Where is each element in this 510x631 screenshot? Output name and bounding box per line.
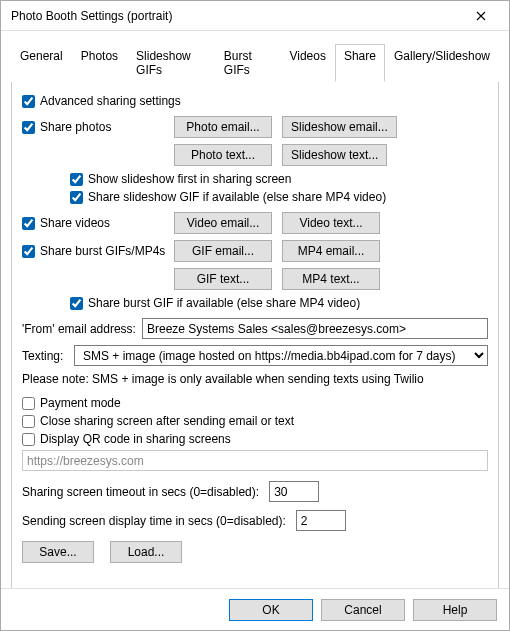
gif-email-button[interactable]: GIF email...: [174, 240, 272, 262]
cancel-button[interactable]: Cancel: [321, 599, 405, 621]
texting-label: Texting:: [22, 349, 66, 363]
texting-select[interactable]: SMS + image (image hosted on https://med…: [74, 345, 488, 366]
sending-time-input[interactable]: [296, 510, 346, 531]
twilio-note: Please note: SMS + image is only availab…: [22, 372, 488, 386]
photo-email-button[interactable]: Photo email...: [174, 116, 272, 138]
video-text-button[interactable]: Video text...: [282, 212, 380, 234]
titlebar: Photo Booth Settings (portrait): [1, 1, 509, 31]
load-button[interactable]: Load...: [110, 541, 182, 563]
display-qr-checkbox[interactable]: Display QR code in sharing screens: [22, 432, 231, 446]
save-button[interactable]: Save...: [22, 541, 94, 563]
share-slideshow-gif-label: Share slideshow GIF if available (else s…: [88, 190, 386, 204]
share-burst-gif-input[interactable]: [70, 297, 83, 310]
share-photos-input[interactable]: [22, 121, 35, 134]
payment-mode-checkbox[interactable]: Payment mode: [22, 396, 121, 410]
tab-burst-gifs[interactable]: Burst GIFs: [215, 44, 281, 82]
dialog-footer: OK Cancel Help: [1, 588, 509, 630]
share-burst-input[interactable]: [22, 245, 35, 258]
qr-url-input: [22, 450, 488, 471]
display-qr-input[interactable]: [22, 433, 35, 446]
window-title: Photo Booth Settings (portrait): [11, 9, 461, 23]
close-after-send-label: Close sharing screen after sending email…: [40, 414, 294, 428]
share-burst-gif-checkbox[interactable]: Share burst GIF if available (else share…: [70, 296, 360, 310]
close-after-send-checkbox[interactable]: Close sharing screen after sending email…: [22, 414, 294, 428]
video-email-button[interactable]: Video email...: [174, 212, 272, 234]
from-email-input[interactable]: [142, 318, 488, 339]
payment-mode-input[interactable]: [22, 397, 35, 410]
advanced-sharing-label: Advanced sharing settings: [40, 94, 181, 108]
client-area: General Photos Slideshow GIFs Burst GIFs…: [1, 31, 509, 588]
payment-mode-label: Payment mode: [40, 396, 121, 410]
show-slideshow-first-label: Show slideshow first in sharing screen: [88, 172, 291, 186]
advanced-sharing-checkbox[interactable]: Advanced sharing settings: [22, 94, 181, 108]
tab-videos[interactable]: Videos: [280, 44, 334, 82]
mp4-email-button[interactable]: MP4 email...: [282, 240, 380, 262]
show-slideshow-first-checkbox[interactable]: Show slideshow first in sharing screen: [70, 172, 291, 186]
close-after-send-input[interactable]: [22, 415, 35, 428]
tab-strip: General Photos Slideshow GIFs Burst GIFs…: [11, 43, 499, 82]
sharing-timeout-label: Sharing screen timeout in secs (0=disabl…: [22, 485, 259, 499]
slideshow-text-button[interactable]: Slideshow text...: [282, 144, 387, 166]
share-slideshow-gif-input[interactable]: [70, 191, 83, 204]
tab-general[interactable]: General: [11, 44, 72, 82]
share-videos-input[interactable]: [22, 217, 35, 230]
advanced-sharing-input[interactable]: [22, 95, 35, 108]
close-icon: [476, 11, 486, 21]
settings-dialog: Photo Booth Settings (portrait) General …: [0, 0, 510, 631]
share-photos-label: Share photos: [40, 120, 111, 134]
share-burst-checkbox[interactable]: Share burst GIFs/MP4s: [22, 244, 174, 258]
from-email-label: 'From' email address:: [22, 322, 134, 336]
tab-share[interactable]: Share: [335, 44, 385, 82]
tab-gallery[interactable]: Gallery/Slideshow: [385, 44, 499, 82]
share-videos-checkbox[interactable]: Share videos: [22, 216, 174, 230]
share-videos-label: Share videos: [40, 216, 110, 230]
sending-time-label: Sending screen display time in secs (0=d…: [22, 514, 286, 528]
display-qr-label: Display QR code in sharing screens: [40, 432, 231, 446]
mp4-text-button[interactable]: MP4 text...: [282, 268, 380, 290]
close-button[interactable]: [461, 2, 501, 30]
slideshow-email-button[interactable]: Slideshow email...: [282, 116, 397, 138]
share-burst-gif-label: Share burst GIF if available (else share…: [88, 296, 360, 310]
show-slideshow-first-input[interactable]: [70, 173, 83, 186]
tab-slideshow-gifs[interactable]: Slideshow GIFs: [127, 44, 215, 82]
gif-text-button[interactable]: GIF text...: [174, 268, 272, 290]
share-panel: Advanced sharing settings Share photos P…: [11, 82, 499, 588]
help-button[interactable]: Help: [413, 599, 497, 621]
share-burst-label: Share burst GIFs/MP4s: [40, 244, 165, 258]
tab-photos[interactable]: Photos: [72, 44, 127, 82]
ok-button[interactable]: OK: [229, 599, 313, 621]
share-slideshow-gif-checkbox[interactable]: Share slideshow GIF if available (else s…: [70, 190, 386, 204]
photo-text-button[interactable]: Photo text...: [174, 144, 272, 166]
sharing-timeout-input[interactable]: [269, 481, 319, 502]
share-photos-checkbox[interactable]: Share photos: [22, 120, 174, 134]
